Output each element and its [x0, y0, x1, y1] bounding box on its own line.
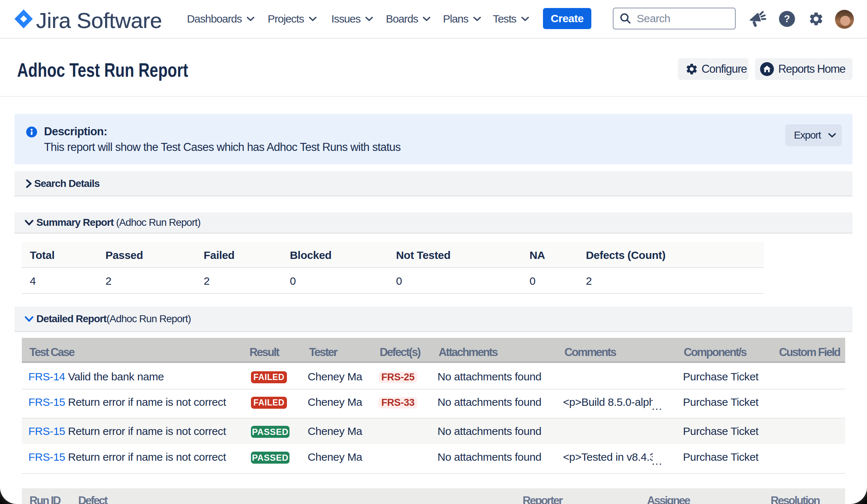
svg-text:?: ?	[784, 13, 790, 24]
